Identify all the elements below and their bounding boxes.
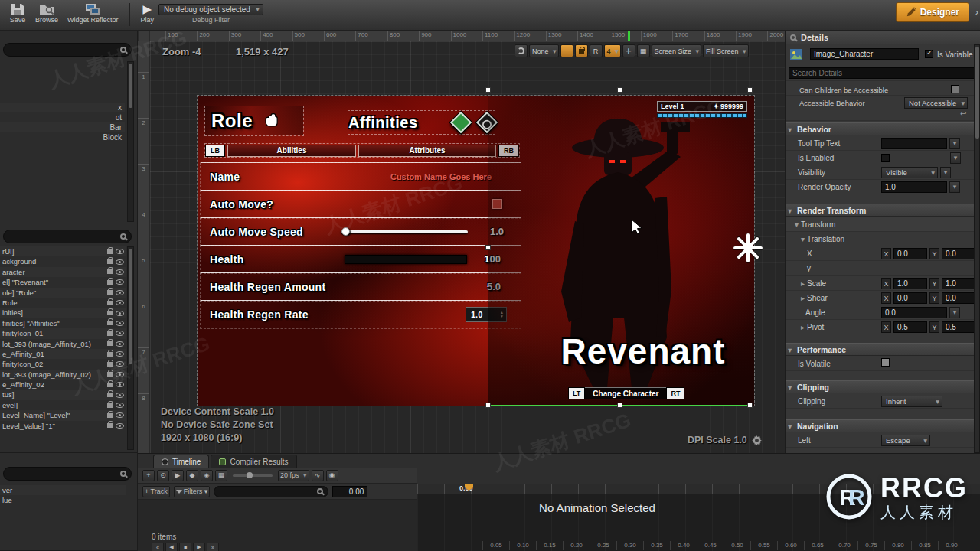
timeline-tool-button[interactable]: + <box>142 470 155 481</box>
playhead-line[interactable] <box>469 484 469 551</box>
section-navigation[interactable]: Navigation <box>786 419 980 432</box>
timeline-tool-button[interactable]: ▶ <box>172 470 184 481</box>
accessible-behavior-dropdown[interactable]: Not Accessible <box>904 97 968 109</box>
affinities-title[interactable]: Affinities <box>348 111 495 134</box>
tree-item[interactable]: finityIcon_02 <box>0 359 126 369</box>
camera-button[interactable]: ◉ <box>326 470 338 481</box>
tree-item[interactable]: e_Affinity_02 <box>0 380 126 390</box>
timeline-tool-button[interactable]: ◆ <box>186 470 198 481</box>
lock-icon[interactable] <box>107 403 113 408</box>
speed-slider[interactable] <box>341 230 468 233</box>
tree-item[interactable]: aracter <box>0 267 126 277</box>
tab-abilities[interactable]: Abilities <box>227 145 356 157</box>
details-scrollbar[interactable] <box>974 44 980 453</box>
save-button[interactable]: Save <box>5 2 31 24</box>
tree-item[interactable]: ole] "Role" <box>0 288 126 298</box>
role-title[interactable]: Role <box>205 106 303 135</box>
palette-search[interactable] <box>3 43 132 57</box>
tree-item[interactable]: finities] "Affinities" <box>0 318 126 328</box>
rt-button[interactable]: RT <box>666 387 684 399</box>
visibility-eye-icon[interactable] <box>116 259 124 265</box>
visibility-eye-icon[interactable] <box>116 331 124 336</box>
tree-item[interactable]: inities] <box>0 308 126 318</box>
palette-search-input[interactable] <box>8 46 120 54</box>
lock-button[interactable] <box>575 44 588 57</box>
expand-chevron-icon[interactable]: › <box>975 6 978 18</box>
timeline-tool-button[interactable]: ▦ <box>215 470 227 481</box>
visibility-eye-icon[interactable] <box>116 300 124 305</box>
fill-screen-dropdown[interactable]: Fill Screen <box>703 44 749 57</box>
lock-icon[interactable] <box>107 249 113 254</box>
tab-timeline[interactable]: Timeline <box>153 455 209 468</box>
snap-size-dropdown[interactable]: 4 <box>604 44 621 57</box>
timeline-search[interactable] <box>214 486 328 497</box>
curve-editor-button[interactable]: ∿ <box>312 470 324 481</box>
transport-button[interactable]: ◀ <box>165 543 178 551</box>
grid-snap-button[interactable] <box>560 44 573 57</box>
is-enabled-checkbox[interactable] <box>881 154 890 162</box>
section-performance[interactable]: Performance <box>786 343 980 356</box>
lb-button[interactable]: LB <box>205 145 225 157</box>
time-field[interactable] <box>332 486 368 497</box>
lock-icon[interactable] <box>107 269 113 274</box>
bind-dropdown[interactable]: ▾ <box>950 152 961 164</box>
visibility-eye-icon[interactable] <box>116 321 124 326</box>
tree-item[interactable]: Block <box>0 132 125 142</box>
detail-row-translation[interactable]: ▾Translation <box>786 232 980 246</box>
shear-x-input[interactable] <box>893 292 927 304</box>
bind-dropdown[interactable]: ▾ <box>940 167 951 178</box>
tree-item[interactable]: rUI] <box>0 246 126 256</box>
list-item[interactable]: ver <box>0 485 126 495</box>
scale-x-input[interactable] <box>893 278 927 289</box>
lock-icon[interactable] <box>107 362 113 367</box>
can-children-checkbox[interactable] <box>951 85 959 93</box>
tree-item[interactable]: Level_Name] "Level" <box>0 410 126 420</box>
visibility-eye-icon[interactable] <box>116 290 124 295</box>
designer-mode-button[interactable]: Designer <box>896 2 969 22</box>
tree-item[interactable]: lot_393 (Image_Affinity_01) <box>0 339 126 349</box>
variables-search[interactable] <box>3 467 132 481</box>
hierarchy-scrollbar[interactable] <box>127 246 134 450</box>
lock-icon[interactable] <box>107 259 113 264</box>
lock-icon[interactable] <box>107 423 113 428</box>
tree-item[interactable]: Level_Value] "1" <box>0 421 126 431</box>
visibility-eye-icon[interactable] <box>116 341 124 347</box>
visibility-eye-icon[interactable] <box>116 361 124 367</box>
tree-item[interactable]: ot <box>0 112 125 122</box>
transport-button[interactable]: ■ <box>179 543 191 551</box>
lock-icon[interactable] <box>107 280 113 285</box>
bind-dropdown[interactable]: ▾ <box>949 307 960 318</box>
rotation-button[interactable]: R <box>590 44 603 57</box>
list-item[interactable]: lue <box>0 495 126 505</box>
lock-icon[interactable] <box>107 413 113 418</box>
tab-compiler-results[interactable]: Compiler Results <box>211 455 296 468</box>
visibility-eye-icon[interactable] <box>116 412 124 418</box>
visibility-eye-icon[interactable] <box>116 372 124 377</box>
hierarchy-search-input[interactable] <box>8 233 120 241</box>
screen-size-dropdown[interactable]: Screen Size <box>652 44 702 57</box>
details-search-input[interactable] <box>789 67 977 79</box>
designed-widget-root[interactable]: Role Affinities LB Abilities Attributes … <box>198 96 754 406</box>
gear-icon[interactable] <box>752 435 762 445</box>
translation-x-input[interactable] <box>893 248 927 259</box>
transport-button[interactable]: « <box>152 543 164 551</box>
filters-button[interactable]: Filters ▾ <box>174 486 211 497</box>
section-render-transform[interactable]: Render Transform <box>786 204 980 217</box>
tree-item[interactable]: Bar <box>0 122 125 132</box>
timeline-search-input[interactable] <box>219 487 317 496</box>
is-variable-checkbox[interactable] <box>925 50 933 58</box>
section-behavior[interactable]: Behavior <box>786 122 980 135</box>
angle-input[interactable] <box>881 307 947 318</box>
lock-icon[interactable] <box>107 331 113 336</box>
variables-search-input[interactable] <box>8 470 120 478</box>
is-volatile-checkbox[interactable] <box>881 358 890 367</box>
widget-name-input[interactable] <box>810 48 919 60</box>
tree-item[interactable]: ackground <box>0 256 126 266</box>
tooltip-input[interactable] <box>881 138 947 149</box>
lock-icon[interactable] <box>107 372 113 377</box>
tree-item[interactable]: finityIcon_01 <box>0 328 126 338</box>
tree-item[interactable]: el] "Revenant" <box>0 277 126 287</box>
lock-icon[interactable] <box>107 321 113 325</box>
add-track-button[interactable]: + Track <box>142 486 170 497</box>
widget-reflector-button[interactable]: Widget Reflector <box>63 2 123 24</box>
